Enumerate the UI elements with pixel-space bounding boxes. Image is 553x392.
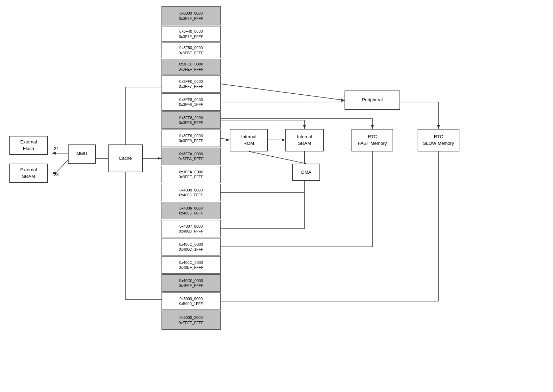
lbl-24: 24	[54, 146, 58, 151]
memory-block-mb14: 0x400C_00000x400C_1FFF	[161, 238, 221, 256]
memory-block-mb11: 0x4000_00000x4005_FFFF	[161, 184, 221, 201]
memory-block-mb7: 0x3FF8_20000x3FF8_FFFF	[161, 111, 221, 129]
mmu: MMU	[68, 144, 96, 164]
svg-marker-21	[303, 125, 306, 129]
memory-block-mb3: 0x3F80_00000x3FBF_FFFF	[161, 42, 221, 58]
memory-block-mb16: 0x40C0_00000x4FFF_FFFF	[161, 274, 221, 292]
peripheral: Peripheral	[345, 91, 400, 110]
memory-block-mb8: 0x3FF9_00000x3FF9_FFFF	[161, 130, 221, 147]
svg-marker-18	[282, 139, 285, 141]
svg-line-15	[221, 138, 230, 140]
svg-line-4	[56, 160, 68, 173]
cache: Cache	[108, 144, 143, 172]
external-sram: ExternalSRAM	[9, 164, 48, 183]
svg-marker-3	[52, 152, 56, 155]
svg-marker-24	[371, 125, 374, 129]
memory-block-mb17: 0x5000_00000x5000_1FFF	[161, 292, 221, 310]
memory-block-mb13: 0x4007_00000x400B_FFFF	[161, 220, 221, 237]
rtc-fast: RTCFAST Memory	[351, 129, 393, 151]
arrows-svg	[0, 0, 553, 392]
memory-block-mb12: 0x4006_00000x4006_FFFF	[161, 202, 221, 219]
memory-block-mb1: 0x0000_00000x3F3F_FFFF	[161, 6, 221, 25]
memory-block-mb5: 0x3FF0_00000x3FF7_FFFF	[161, 75, 221, 93]
memory-block-mb9: 0x3FFA_00000x3FFA_DFFF	[161, 148, 221, 165]
memory-block-mb6: 0x3FF8_00000x3FF8_1FFF	[161, 93, 221, 111]
diagram-container: 0x0000_00000x3F3F_FFFF0x3F40_00000x3F7F_…	[0, 0, 553, 392]
svg-marker-16	[226, 139, 230, 141]
internal-rom: InternalROM	[230, 129, 268, 151]
svg-marker-7	[158, 157, 161, 160]
internal-sram: InternalSRAM	[285, 129, 324, 151]
memory-block-mb2: 0x3F40_00000x3F7F_FFFF	[161, 26, 221, 42]
svg-line-13	[221, 84, 345, 100]
external-flash: ExternalFlash	[9, 136, 48, 155]
rtc-slow: RTCSLOW Memory	[418, 129, 459, 151]
dma: DMA	[292, 164, 320, 181]
memory-block-mb10: 0x3FFA_E0000x3FFF_FFFF	[161, 166, 221, 183]
memory-block-mb4: 0x3FC0_00000x3FEF_FFFF	[161, 59, 221, 75]
lbl-23: 23	[54, 172, 58, 177]
svg-line-28	[249, 151, 306, 164]
memory-block-mb18: 0x5000_20000xFFFF_FFFF	[161, 311, 221, 330]
svg-marker-14	[341, 99, 345, 102]
svg-marker-27	[437, 125, 440, 129]
memory-block-mb15: 0x400C_20000x40BF_FFFF	[161, 256, 221, 274]
